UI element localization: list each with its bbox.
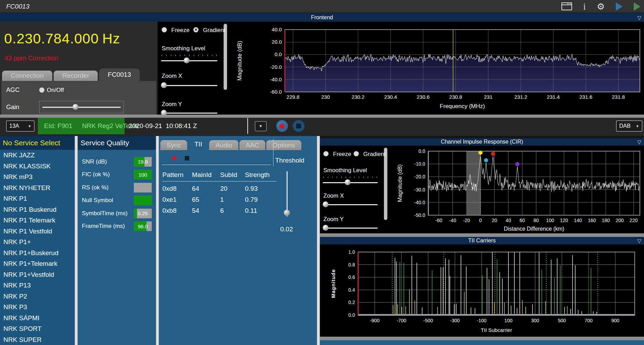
tii-table-header: PatternMainIdSubIdStrength (162, 171, 277, 181)
status-badge: 0.25 (134, 209, 152, 218)
cir-smoothing-knob[interactable] (345, 179, 351, 185)
collapse-icon[interactable]: ▽ (637, 139, 641, 145)
cir-zoom-x-knob[interactable] (323, 201, 329, 207)
svg-text:230: 230 (321, 94, 330, 100)
list-item[interactable]: NRK P1 (0, 193, 75, 204)
separator (320, 233, 644, 237)
divider (162, 165, 271, 165)
stop-button[interactable] (293, 120, 304, 132)
freeze-radio[interactable] (162, 27, 167, 32)
scrollbar-thumb[interactable] (384, 148, 387, 220)
tab-aac[interactable]: AAC (239, 140, 265, 150)
zoom-y-slider[interactable] (161, 110, 217, 116)
gradient-radio[interactable] (193, 27, 198, 32)
agc-onoff-label: On/Off (47, 87, 64, 94)
cir-gradient-radio[interactable] (354, 151, 359, 156)
list-item[interactable]: NRK P1 Buskerud (0, 204, 75, 215)
tab-sync[interactable]: Sync (160, 140, 187, 150)
zoom-y-track[interactable] (161, 113, 217, 114)
record-button[interactable] (276, 120, 288, 132)
table-row[interactable]: 0xe16510.79 (162, 196, 277, 203)
list-item[interactable]: NRK mP3 (0, 171, 75, 182)
channel-select[interactable]: 13A▼ (6, 121, 34, 132)
list-item[interactable]: NRK P1+ (0, 237, 75, 248)
tab-tii[interactable]: TII (188, 138, 208, 150)
spectrum-plot-area[interactable]: 229.8230230.2230.4230.6230.8231231.2231.… (228, 22, 644, 115)
cir-freeze-radio[interactable] (323, 151, 329, 156)
play-alt-icon[interactable] (634, 2, 641, 11)
panel-splitter[interactable] (317, 136, 320, 345)
list-item[interactable]: NRK SUPER (0, 334, 75, 345)
list-item[interactable]: NRK P1 Telemark (0, 215, 75, 226)
svg-text:-20.0: -20.0 (270, 64, 282, 70)
svg-text:60: 60 (519, 218, 525, 223)
cir-zoom-y-track[interactable] (323, 228, 378, 229)
zoom-x-slider[interactable] (161, 82, 217, 88)
tab-connection[interactable]: Connection (2, 71, 52, 81)
collapse-icon[interactable]: ▽ (637, 15, 641, 20)
spectrum-controls-scrollbar[interactable] (223, 22, 228, 115)
svg-text:-20: -20 (463, 218, 470, 223)
cir-zoom-y-knob[interactable] (323, 225, 329, 231)
stop-indicator-icon[interactable] (185, 156, 189, 160)
list-item[interactable]: NRK SPORT (0, 323, 75, 334)
tii-carriers-chart[interactable]: -900-700-500-300-1001003005007009001.00.… (320, 244, 644, 337)
threshold-knob[interactable] (284, 210, 290, 216)
zoom-x-knob[interactable] (161, 82, 167, 88)
list-item[interactable]: NRK P1+Buskerud (0, 248, 75, 259)
table-row[interactable]: 0xb85460.11 (162, 207, 277, 215)
svg-text:230.8: 230.8 (449, 94, 462, 100)
record-indicator-icon[interactable] (172, 156, 176, 160)
cir-controls-scrollbar[interactable] (383, 146, 388, 233)
info-icon[interactable]: i (583, 3, 586, 10)
cir-smoothing-slider[interactable] (323, 179, 378, 186)
panel-splitter[interactable] (75, 136, 78, 345)
threshold-slider[interactable] (283, 171, 290, 219)
cir-zoom-x-track[interactable] (323, 204, 378, 205)
tab-audio[interactable]: Audio (209, 140, 238, 150)
list-item[interactable]: NRK P1+Telemark (0, 258, 75, 269)
list-item[interactable]: NRK P3 (0, 302, 75, 313)
list-item[interactable]: NRK P13 (0, 280, 75, 291)
list-item[interactable]: NRK NYHETER (0, 182, 75, 194)
svg-text:160: 160 (588, 218, 596, 223)
list-item[interactable]: NRK SÁPMI (0, 313, 75, 324)
zoom-y-knob[interactable] (161, 110, 167, 116)
svg-text:Frequency (MHz): Frequency (MHz) (440, 103, 485, 109)
smoothing-slider-knob[interactable] (184, 58, 190, 63)
window-icon-bar (562, 3, 571, 5)
tab-fc0013[interactable]: FC0013 (99, 69, 140, 81)
agc-onoff-radio[interactable] (39, 87, 44, 93)
zoom-x-track[interactable] (161, 85, 217, 86)
gain-slider[interactable] (42, 104, 121, 110)
cir-zoom-y-slider[interactable] (323, 225, 378, 231)
status-badge (134, 196, 152, 205)
threshold-track[interactable] (287, 171, 288, 217)
mode-select[interactable]: DAB▼ (616, 121, 642, 132)
list-item[interactable]: NRK P1+Vestfold (0, 269, 75, 280)
collapse-icon[interactable]: ▽ (637, 238, 641, 243)
spectrum-chart[interactable]: 229.8230230.2230.4230.6230.8231231.2231.… (228, 22, 644, 115)
list-item[interactable]: NRK JAZZ (0, 150, 75, 161)
play-icon[interactable] (616, 2, 623, 11)
list-item[interactable]: NRK P2 (0, 291, 75, 302)
gain-slider-track[interactable] (42, 107, 121, 108)
tab-recorder[interactable]: Recorder (54, 71, 98, 81)
gradient-label: Gradient (203, 27, 225, 34)
svg-text:-40.0: -40.0 (414, 200, 425, 205)
table-row[interactable]: 0xd864200.93 (162, 185, 277, 192)
cir-zoom-x-slider[interactable] (323, 201, 378, 208)
quality-label: FrameTime (ms) (82, 223, 125, 230)
service-list-panel: No Service Select NRK JAZZNRK KLASSISKNR… (0, 136, 75, 345)
tab-options[interactable]: Options (266, 140, 301, 150)
cir-chart[interactable]: -60-40-200204060801001201401601802002200… (388, 146, 644, 233)
list-item[interactable]: NRK KLASSISK (0, 161, 75, 172)
settings-gear-icon[interactable]: ⚙ (597, 2, 605, 11)
smoothing-slider[interactable] (161, 58, 217, 64)
quality-label: FIC (ok %) (82, 171, 110, 178)
gain-slider-knob[interactable] (73, 104, 78, 110)
window-icon[interactable] (561, 2, 572, 10)
panel-splitter[interactable] (156, 136, 159, 345)
list-item[interactable]: NRK P1 Vestfold (0, 226, 75, 237)
record-options-dropdown[interactable]: ▼ (255, 121, 267, 131)
